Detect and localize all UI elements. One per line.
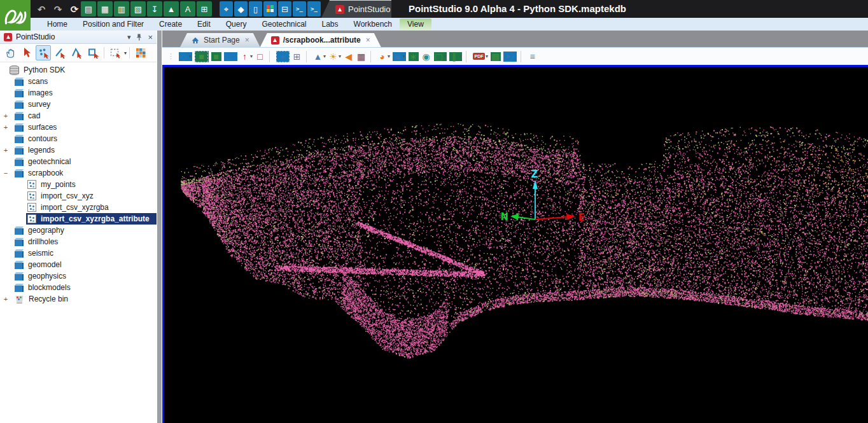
snap-mode-icon[interactable]: ∗: [276, 51, 290, 62]
tree-item-labs[interactable]: Labs: [314, 18, 346, 30]
pan-hand-icon[interactable]: [3, 45, 18, 60]
colour-by-icon[interactable]: ◕ ▾: [377, 52, 390, 61]
redo-icon[interactable]: ↷: [50, 1, 66, 17]
tree-item-seismic[interactable]: seismic: [0, 247, 157, 259]
clip-plane-icon[interactable]: ∥ ▾: [449, 52, 462, 61]
expander[interactable]: −: [3, 169, 9, 177]
report-search-icon[interactable]: ▤: [81, 1, 96, 17]
expander[interactable]: +: [3, 112, 9, 120]
tree-item-home[interactable]: Home: [39, 18, 75, 30]
tree-item-position-and-filter[interactable]: Position and Filter: [75, 18, 151, 30]
cone-tool-icon[interactable]: ▲ ▾: [313, 52, 326, 61]
import-icon[interactable]: ↧: [147, 1, 162, 17]
solids-icon[interactable]: ◆: [234, 1, 248, 17]
view-mode-icon[interactable]: ◇ ▾: [179, 52, 192, 61]
tree-item-import-csv-xyz[interactable]: import_csv_xyz: [0, 190, 157, 202]
close-icon[interactable]: ×: [245, 36, 249, 45]
interaction-axes-icon[interactable]: ∟: [224, 52, 237, 61]
tree-item-my-points[interactable]: my_points: [0, 179, 157, 190]
marquee-dropdown-icon[interactable]: ▾: [124, 50, 127, 56]
tree-item-edit[interactable]: Edit: [190, 18, 218, 30]
expander[interactable]: +: [3, 146, 9, 154]
app-tab-pointstudio[interactable]: PointStudio ×: [321, 0, 391, 18]
tree-item-import-csv-xyzrgba[interactable]: import_csv_xyzrgba: [0, 202, 157, 213]
tree-item-surfaces[interactable]: + surfaces: [0, 121, 157, 133]
tree-item-contours[interactable]: contours: [0, 133, 157, 144]
survey-marker-icon[interactable]: ⌖: [220, 1, 233, 17]
paste-view-icon[interactable]: ⊞: [292, 52, 302, 61]
terminal-icon[interactable]: >_: [307, 1, 321, 17]
maptek-logo[interactable]: [0, 0, 31, 31]
tree-item-geography[interactable]: geography: [0, 225, 157, 236]
tree-item-geomodel[interactable]: geomodel: [0, 259, 157, 270]
workbench-tiles-icon[interactable]: [263, 1, 277, 17]
tree-item-images[interactable]: images: [0, 87, 157, 99]
tree-item-blockmodels[interactable]: blockmodels: [0, 282, 157, 293]
marquee-select-icon[interactable]: [108, 45, 123, 60]
tree-item-icon: [15, 102, 24, 109]
tree-item-import-csv-xyzrgba-attribute[interactable]: import_csv_xyzrgba_attribute: [0, 213, 157, 225]
tree-item-view[interactable]: View: [400, 18, 431, 30]
tree-item-python-sdk[interactable]: Python SDK: [0, 64, 157, 76]
clip-box-icon[interactable]: ▢ ▾: [434, 52, 447, 61]
export-panel-icon[interactable]: ⊟: [278, 1, 291, 17]
select-arrow-icon[interactable]: [19, 45, 34, 60]
close-panel-icon[interactable]: ×: [148, 33, 153, 41]
point-display-icon[interactable]: ∗: [409, 52, 419, 61]
tab-scrapbook-attribute[interactable]: /scrapbook...attribute ×: [260, 33, 381, 47]
tree-item-cad[interactable]: + cad: [0, 110, 157, 121]
z-up-view-icon[interactable]: ↑ ▾: [240, 52, 253, 61]
layout-icon[interactable]: ⊞: [197, 1, 212, 17]
select-points-icon[interactable]: [36, 45, 51, 60]
select-rect-icon[interactable]: [85, 45, 101, 60]
tree-item-geophysics[interactable]: geophysics: [0, 270, 157, 282]
announcement-icon[interactable]: ◀: [344, 52, 354, 61]
tree-item-create[interactable]: Create: [151, 18, 190, 30]
grid-display-icon[interactable]: ▦: [356, 52, 367, 61]
tree-item-drillholes[interactable]: drillholes: [0, 236, 157, 247]
zoom-extents-icon[interactable]: □: [255, 52, 265, 61]
tree-item-query[interactable]: Query: [218, 18, 255, 30]
topography-grid-icon[interactable]: [133, 45, 148, 60]
shape-properties-icon[interactable]: ≡: [528, 52, 538, 61]
table-icon[interactable]: ▦: [97, 1, 113, 17]
tree-item-scrapbook[interactable]: − scrapbook: [0, 167, 157, 179]
report-icon[interactable]: ▧: [130, 1, 146, 17]
tree-item-label: geotechnical: [28, 157, 71, 166]
tab-start-page[interactable]: Start Page ×: [180, 33, 260, 47]
orbit-centre-icon[interactable]: ◉: [421, 52, 431, 61]
select-line-icon[interactable]: [52, 45, 67, 60]
table-settings-icon[interactable]: ▥: [114, 1, 129, 17]
close-icon[interactable]: ×: [366, 36, 370, 45]
viewport-canvas[interactable]: [164, 67, 868, 423]
panel-splitter[interactable]: [157, 31, 162, 423]
ribbon-tabs: HomePosition and FilterCreateEditQueryGe…: [0, 18, 868, 31]
image-icon[interactable]: ▲: [164, 1, 179, 17]
expander[interactable]: +: [3, 123, 9, 131]
document-icon[interactable]: ▯: [249, 1, 262, 17]
tree-item-geotechnical[interactable]: Geotechnical: [254, 18, 314, 30]
tree-item-workbench[interactable]: Workbench: [346, 18, 400, 30]
expander[interactable]: +: [3, 295, 9, 303]
pin-icon[interactable]: [136, 33, 143, 41]
snapshot-icon[interactable]: ▩: [491, 52, 501, 61]
close-icon[interactable]: ×: [396, 6, 400, 13]
undo-icon[interactable]: ↶: [34, 1, 49, 17]
text-tool-icon[interactable]: A: [180, 1, 195, 17]
lighting-icon[interactable]: ☀ ▾: [328, 52, 341, 61]
tree-item-legends[interactable]: + legends: [0, 144, 157, 156]
save-view-icon[interactable]: ▣ ▾: [393, 52, 406, 61]
tree-item-survey[interactable]: survey: [0, 99, 157, 110]
tree-item-recycle-bin[interactable]: + Recycle bin: [0, 293, 157, 305]
tree-item-icon: [15, 171, 24, 177]
panel-menu-icon[interactable]: ▾: [127, 34, 131, 41]
playback-icon[interactable]: ▶: [503, 52, 517, 62]
tree-item-scans[interactable]: scans: [0, 76, 157, 87]
select-polygon-icon[interactable]: [69, 45, 84, 60]
tree-item-geotechnical[interactable]: geotechnical: [0, 156, 157, 167]
camera-standard-icon[interactable]: ■: [195, 51, 209, 62]
python-console-icon[interactable]: >_: [293, 1, 306, 17]
camera-orientation-icon[interactable]: ■: [211, 52, 221, 61]
tree-item-icon: [15, 240, 24, 246]
pdf-export-icon[interactable]: PDF ▾: [473, 53, 488, 60]
